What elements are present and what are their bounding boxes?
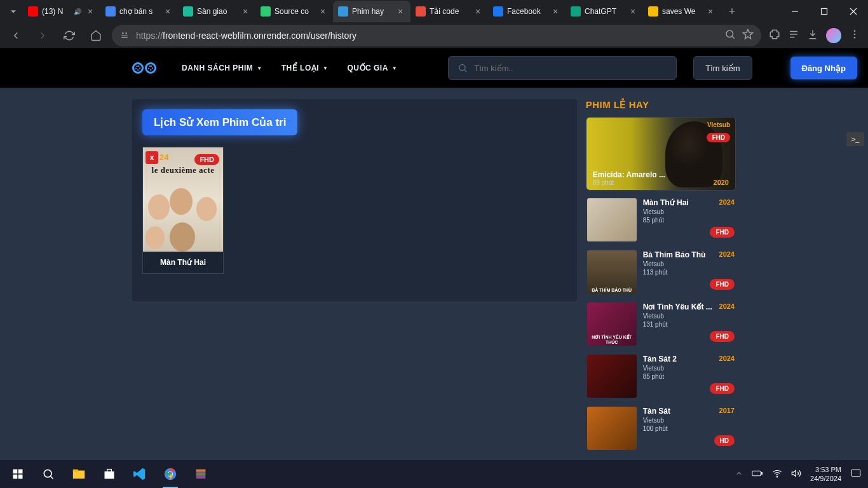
address-bar[interactable]: https://frontend-react-webfilm.onrender.… xyxy=(112,25,761,46)
url-text: https://frontend-react-webfilm.onrender.… xyxy=(136,30,718,41)
movie-name: Màn Thứ Hai xyxy=(143,252,223,273)
tray-volume-icon[interactable] xyxy=(791,468,801,480)
bookmark-icon[interactable] xyxy=(742,29,754,43)
featured-year: 2020 xyxy=(714,179,729,186)
login-button[interactable]: Đăng Nhập xyxy=(790,57,857,79)
sidebar-title: PHIM LẺ HAY xyxy=(586,99,736,111)
sidebar-movie-item[interactable]: Tàn Sát 22024Vietsub85 phútFHD xyxy=(586,353,736,399)
forward-button[interactable] xyxy=(32,25,53,46)
chevron-down-icon: ▼ xyxy=(323,65,328,71)
search-taskbar-button[interactable] xyxy=(33,460,64,488)
sidebar-movie-item[interactable]: BÀ THÍM BÁO THÙBà Thím Báo Thù2024Vietsu… xyxy=(586,249,736,295)
browser-tab[interactable]: ChatGPT× xyxy=(566,1,643,22)
tray-time-text: 3:53 PM xyxy=(810,465,841,474)
tab-favicon xyxy=(571,6,581,17)
sidebar-movie-item[interactable]: Tàn Sát2017Vietsub100 phútHD xyxy=(586,405,736,451)
tab-strip: (13) N🔊×chợ bán s×Sàn giao×Source co×Phi… xyxy=(0,0,868,23)
search-button[interactable]: Tìm kiếm xyxy=(693,56,752,80)
tray-clock[interactable]: 3:53 PM 24/9/2024 xyxy=(810,465,841,484)
tray-date-text: 24/9/2024 xyxy=(810,474,841,483)
file-explorer-button[interactable] xyxy=(64,460,94,488)
remove-card-button[interactable]: x xyxy=(146,151,158,164)
new-tab-button[interactable]: + xyxy=(723,3,741,20)
devtools-toggle[interactable]: >_ xyxy=(846,132,864,146)
home-button[interactable] xyxy=(85,25,107,46)
sidebar-item-duration: 85 phút xyxy=(643,217,735,224)
sidebar-item-title: Nơi Tình Yêu Kết ... xyxy=(643,302,712,311)
search-box[interactable] xyxy=(448,56,677,80)
tab-audio-icon[interactable]: 🔊 xyxy=(74,8,81,15)
start-button[interactable] xyxy=(3,460,33,488)
browser-tab[interactable]: chợ bán s× xyxy=(100,1,178,22)
svg-point-6 xyxy=(854,37,856,39)
vscode-button[interactable] xyxy=(125,460,155,488)
svg-point-12 xyxy=(44,470,51,477)
downloads-icon[interactable] xyxy=(807,29,818,43)
microsoft-store-button[interactable] xyxy=(94,460,125,488)
tab-favicon xyxy=(183,6,193,17)
reading-list-icon[interactable] xyxy=(788,29,799,43)
featured-quality: FHD xyxy=(707,133,730,142)
svg-rect-9 xyxy=(18,470,23,474)
site-logo[interactable] xyxy=(132,62,156,74)
tab-close-icon[interactable]: × xyxy=(395,6,405,17)
sidebar-movie-item[interactable]: NƠI TÌNH YÊU KẾT THÚCNơi Tình Yêu Kết ..… xyxy=(586,301,736,347)
tab-favicon xyxy=(338,6,348,17)
tab-close-icon[interactable]: × xyxy=(163,6,173,17)
browser-tab[interactable]: saves We× xyxy=(643,1,721,22)
tab-favicon xyxy=(261,6,271,17)
tab-title: Tải code xyxy=(430,7,469,16)
site-info-icon[interactable] xyxy=(119,30,130,42)
browser-tab[interactable]: Tải code× xyxy=(410,1,488,22)
browser-tab[interactable]: Sàn giao× xyxy=(178,1,255,22)
search-input[interactable] xyxy=(474,64,667,73)
tray-notifications-icon[interactable] xyxy=(850,468,862,480)
nav-item[interactable]: QUỐC GIA▼ xyxy=(348,64,398,72)
sidebar-item-sub: Vietsub xyxy=(643,261,735,268)
back-button[interactable] xyxy=(5,25,27,46)
featured-movie[interactable]: Vietsub FHD Emicida: Amarelo ... 89 phút… xyxy=(586,117,736,191)
sidebar-item-sub: Vietsub xyxy=(643,208,735,215)
browser-tab[interactable]: (13) N🔊× xyxy=(23,1,100,22)
profile-avatar[interactable] xyxy=(826,28,841,43)
nav-item-label: DANH SÁCH PHIM xyxy=(182,64,253,72)
nav-item[interactable]: THỂ LOẠI▼ xyxy=(281,64,329,72)
tab-search-dropdown[interactable] xyxy=(4,2,23,21)
reload-button[interactable] xyxy=(58,25,80,46)
browser-tab[interactable]: Facebook× xyxy=(488,1,566,22)
zoom-icon[interactable] xyxy=(724,29,736,43)
browser-tab[interactable]: Source co× xyxy=(255,1,333,22)
tab-close-icon[interactable]: × xyxy=(240,6,250,17)
nav-item[interactable]: DANH SÁCH PHIM▼ xyxy=(182,64,262,72)
tab-close-icon[interactable]: × xyxy=(550,6,560,17)
chrome-menu-icon[interactable] xyxy=(849,29,860,43)
history-movie-card[interactable]: x 24 FHD le deuxième acte Màn Thứ Hai xyxy=(142,147,224,274)
sidebar-item-duration: 100 phút xyxy=(643,425,735,432)
svg-point-5 xyxy=(854,34,856,36)
chrome-button[interactable] xyxy=(155,460,186,488)
tray-wifi-icon[interactable] xyxy=(772,468,782,480)
windows-taskbar: 3:53 PM 24/9/2024 xyxy=(0,460,868,488)
maximize-button[interactable] xyxy=(810,0,839,23)
sidebar-item-duration: 131 phút xyxy=(643,321,735,328)
tab-close-icon[interactable]: × xyxy=(473,6,483,17)
tray-battery-icon[interactable] xyxy=(752,470,763,478)
tab-close-icon[interactable]: × xyxy=(85,6,95,17)
nav-item-label: THỂ LOẠI xyxy=(281,64,319,72)
sidebar-item-title: Tàn Sát xyxy=(643,407,670,416)
minimize-button[interactable] xyxy=(780,0,810,23)
extensions-icon[interactable] xyxy=(769,29,780,43)
tab-close-icon[interactable]: × xyxy=(628,6,638,17)
winrar-button[interactable] xyxy=(186,460,216,488)
tab-close-icon[interactable]: × xyxy=(318,6,328,17)
site-header: DANH SÁCH PHIM▼THỂ LOẠI▼QUỐC GIA▼ Tìm ki… xyxy=(0,48,868,88)
close-window-button[interactable] xyxy=(839,0,868,23)
sidebar-item-quality: FHD xyxy=(710,331,735,342)
tray-show-hidden-icon[interactable] xyxy=(735,470,743,478)
svg-rect-14 xyxy=(73,470,78,472)
sidebar-item-title: Tàn Sát 2 xyxy=(643,355,677,363)
browser-tab[interactable]: Phim hay× xyxy=(333,1,410,22)
sidebar-movie-item[interactable]: Màn Thứ Hai2024Vietsub85 phútFHD xyxy=(586,197,736,243)
sidebar-item-title: Màn Thứ Hai xyxy=(643,198,689,207)
tab-close-icon[interactable]: × xyxy=(705,6,715,17)
